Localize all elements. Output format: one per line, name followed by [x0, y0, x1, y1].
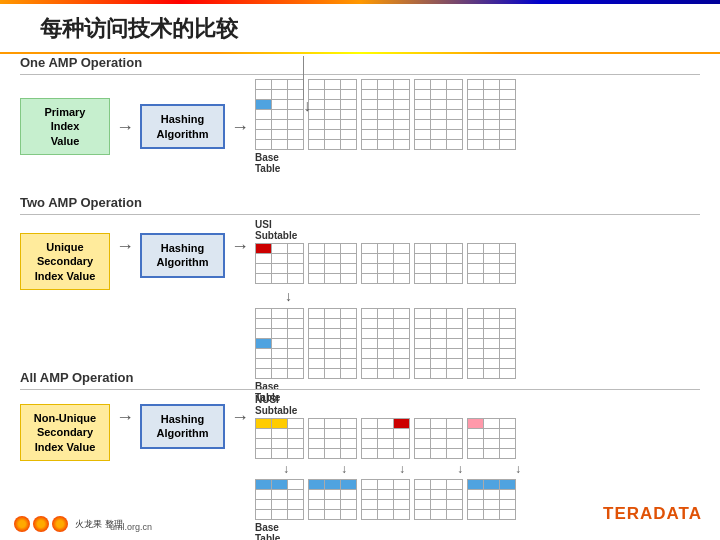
hash-label-2: HashingAlgorithm — [157, 242, 209, 268]
grid-3 — [361, 79, 410, 150]
all-amp-label: All AMP Operation — [0, 370, 720, 387]
nusi-grid-5 — [467, 418, 516, 459]
one-amp-label: One AMP Operation — [0, 55, 720, 72]
two-amp-label: Two AMP Operation — [0, 195, 720, 212]
usi-label: USISubtable — [255, 219, 516, 241]
teradata-logo: TERADATA — [603, 504, 702, 524]
nusi-grid-4 — [414, 418, 463, 459]
usi-grid-5 — [467, 243, 516, 284]
nusi-label: NUSISubtable — [255, 394, 545, 416]
page-title-area: 每种访问技术的比较 — [0, 0, 720, 48]
base-grid-3-5 — [467, 479, 516, 520]
dragon-icon-2 — [33, 516, 49, 532]
arrow-1: → — [116, 118, 134, 136]
base-grid-3-3 — [361, 479, 410, 520]
unique-index-label: Unique SecondaryIndex Value — [35, 241, 96, 282]
base-grid-3-1 — [255, 479, 304, 520]
usi-grid-2 — [308, 243, 357, 284]
title-accent-bar — [0, 52, 720, 54]
base-grids-2 — [255, 308, 516, 379]
grid-2 — [308, 79, 357, 150]
base-grid-3-2 — [308, 479, 357, 520]
usi-grid-3 — [361, 243, 410, 284]
down-arrow-1: ↓ — [303, 97, 311, 115]
arrow-2: → — [231, 118, 249, 136]
nonunique-index-box: Non-Unique SecondaryIndex Value — [20, 404, 110, 461]
main-content: 每种访问技术的比较 One AMP Operation Primary Inde… — [0, 0, 720, 540]
usi-grid-4 — [414, 243, 463, 284]
hash-box-3: HashingAlgorithm — [140, 404, 225, 449]
down-arrow-all-4: ↓ — [433, 462, 487, 476]
page-title: 每种访问技术的比较 — [20, 4, 258, 47]
top-decorative-bar — [0, 0, 720, 4]
base-table-label-1: BaseTable — [255, 152, 516, 174]
base-grid-3-4 — [414, 479, 463, 520]
arrow-4: → — [231, 237, 249, 255]
nonunique-index-label: Non-Unique SecondaryIndex Value — [34, 412, 96, 453]
arrow-6: → — [231, 408, 249, 426]
grid-1 — [255, 79, 304, 150]
hash-label-3: HashingAlgorithm — [157, 413, 209, 439]
nusi-grid-1 — [255, 418, 304, 459]
connect-line-1 — [303, 56, 304, 100]
base-grid-2-1 — [255, 308, 304, 379]
hash-box-2: HashingAlgorithm — [140, 233, 225, 278]
dragon-icon-1 — [14, 516, 30, 532]
nusi-area: NUSISubtable — [255, 394, 545, 459]
all-amp-down-arrows: ↓ ↓ ↓ ↓ ↓ — [255, 462, 545, 476]
base-table-all-amp: BaseTable — [255, 479, 545, 540]
dragon-area: 火龙果 整理 — [14, 516, 123, 532]
grid-4 — [414, 79, 463, 150]
one-amp-row: Primary IndexValue → HashingAlgorithm → — [0, 79, 720, 174]
nusi-grids — [255, 418, 545, 459]
all-amp-tables: NUSISubtable — [255, 394, 545, 540]
dragon-icon-3 — [52, 516, 68, 532]
hash-label-1: HashingAlgorithm — [157, 113, 209, 139]
primary-index-box: Primary IndexValue — [20, 98, 110, 155]
grid-5 — [467, 79, 516, 150]
base-table-label-3: BaseTable — [255, 522, 545, 540]
one-amp-grids — [255, 79, 516, 150]
unique-index-box: Unique SecondaryIndex Value — [20, 233, 110, 290]
base-grid-2-5 — [467, 308, 516, 379]
down-arrow-all-1: ↓ — [259, 462, 313, 476]
base-grids-3 — [255, 479, 545, 520]
arrow-5: → — [116, 408, 134, 426]
usi-grids — [255, 243, 516, 284]
usi-grid-1 — [255, 243, 304, 284]
down-arrow-all-3: ↓ — [375, 462, 429, 476]
down-arrow-usi: ↓ — [285, 288, 516, 304]
down-arrow-all-5: ↓ — [491, 462, 545, 476]
down-arrow-all-2: ↓ — [317, 462, 371, 476]
hash-box-1: HashingAlgorithm — [140, 104, 225, 149]
nusi-grid-3 — [361, 418, 410, 459]
usi-area: USISubtable — [255, 219, 516, 284]
base-grid-2-3 — [361, 308, 410, 379]
watermark-text: uml.org.cn — [110, 522, 152, 532]
base-grid-2-4 — [414, 308, 463, 379]
base-grid-2-2 — [308, 308, 357, 379]
nusi-grid-2 — [308, 418, 357, 459]
one-amp-tables: BaseTable — [255, 79, 516, 174]
one-amp-section: One AMP Operation Primary IndexValue → H… — [0, 55, 720, 174]
primary-index-label: Primary IndexValue — [45, 106, 86, 147]
arrow-3: → — [116, 237, 134, 255]
